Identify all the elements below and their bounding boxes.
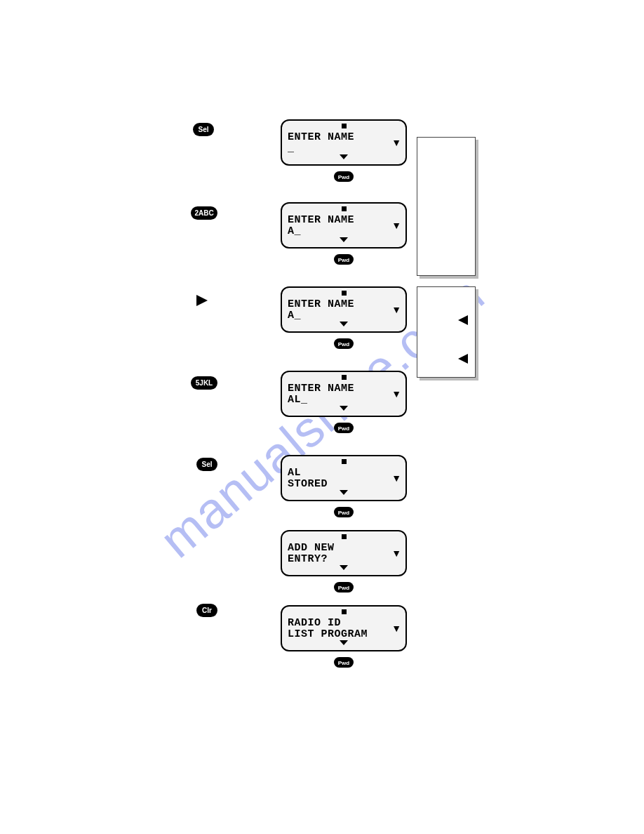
indicator-square-icon [342, 534, 347, 539]
lcd-screen: ADD NEW ENTRY? ▼ [281, 530, 407, 576]
lcd-line2: _ [288, 143, 400, 154]
down-arrow-icon [340, 490, 348, 495]
lcd-screen: ENTER NAME A_ ▼ [281, 286, 407, 333]
page: manualsnive.com Sel 2ABC 5JKL Sel Clr EN… [0, 0, 644, 834]
lcd-screen: RADIO ID LIST PROGRAM ▼ [281, 605, 407, 651]
clr-button[interactable]: Clr [196, 604, 217, 617]
pwd-button[interactable] [334, 507, 354, 517]
indicator-square-icon [342, 459, 347, 464]
lcd-line1: RADIO ID [288, 618, 400, 629]
lcd-line2: STORED [288, 479, 400, 490]
lcd-line1: ENTER NAME [288, 215, 400, 226]
signal-icon: ▼ [391, 388, 401, 399]
lcd-line1: ADD NEW [288, 543, 400, 554]
step-1: ENTER NAME _ ▼ [281, 119, 407, 182]
pwd-button[interactable] [334, 582, 354, 593]
down-arrow-icon [340, 237, 348, 242]
indicator-square-icon [342, 609, 347, 614]
down-arrow-icon [340, 406, 348, 411]
down-arrow-icon [340, 565, 348, 570]
step-7: RADIO ID LIST PROGRAM ▼ [281, 605, 407, 668]
down-arrow-icon [340, 322, 348, 326]
lcd-line2: A_ [288, 226, 400, 237]
lcd-line2: ENTRY? [288, 554, 400, 565]
pwd-button[interactable] [334, 423, 354, 433]
signal-icon: ▼ [391, 137, 401, 148]
pwd-button[interactable] [334, 338, 354, 349]
step-6: ADD NEW ENTRY? ▼ [281, 530, 407, 593]
lcd-screen: AL STORED ▼ [281, 455, 407, 501]
pwd-button[interactable] [334, 254, 354, 265]
lcd-line1: ENTER NAME [288, 383, 400, 395]
indicator-square-icon [342, 206, 347, 211]
down-arrow-icon [340, 154, 348, 159]
sel-button-2[interactable]: Sel [196, 458, 217, 471]
down-arrow-icon [340, 640, 348, 645]
sel-button[interactable]: Sel [193, 123, 214, 136]
indicator-square-icon [342, 375, 347, 380]
signal-icon: ▼ [391, 472, 401, 484]
key-2abc-button[interactable]: 2ABC [191, 206, 217, 220]
pwd-button[interactable] [334, 171, 354, 182]
lcd-screen: ENTER NAME AL_ ▼ [281, 371, 407, 417]
lcd-line2: LIST PROGRAM [288, 629, 400, 640]
lcd-screen: ENTER NAME _ ▼ [281, 119, 407, 166]
signal-icon: ▼ [391, 304, 401, 315]
lcd-line1: ENTER NAME [288, 132, 400, 143]
left-arrow-icon [458, 354, 468, 364]
right-arrow-button[interactable] [196, 295, 208, 306]
pwd-button[interactable] [334, 657, 354, 668]
note-box-1 [417, 137, 476, 276]
lcd-screen: ENTER NAME A_ ▼ [281, 202, 407, 249]
lcd-line2: AL_ [288, 395, 400, 406]
step-3: ENTER NAME A_ ▼ [281, 286, 407, 349]
lcd-line2: A_ [288, 310, 400, 322]
note-box-2 [417, 286, 476, 378]
signal-icon: ▼ [391, 220, 401, 231]
lcd-line1: ENTER NAME [288, 299, 400, 310]
lcd-line1: AL [288, 468, 400, 479]
key-5jkl-button[interactable]: 5JKL [191, 376, 217, 390]
step-2: ENTER NAME A_ ▼ [281, 202, 407, 265]
signal-icon: ▼ [391, 548, 401, 559]
indicator-square-icon [342, 124, 347, 128]
step-5: AL STORED ▼ [281, 455, 407, 517]
indicator-square-icon [342, 291, 347, 296]
step-4: ENTER NAME AL_ ▼ [281, 371, 407, 433]
left-arrow-icon [458, 315, 468, 325]
signal-icon: ▼ [391, 623, 401, 634]
